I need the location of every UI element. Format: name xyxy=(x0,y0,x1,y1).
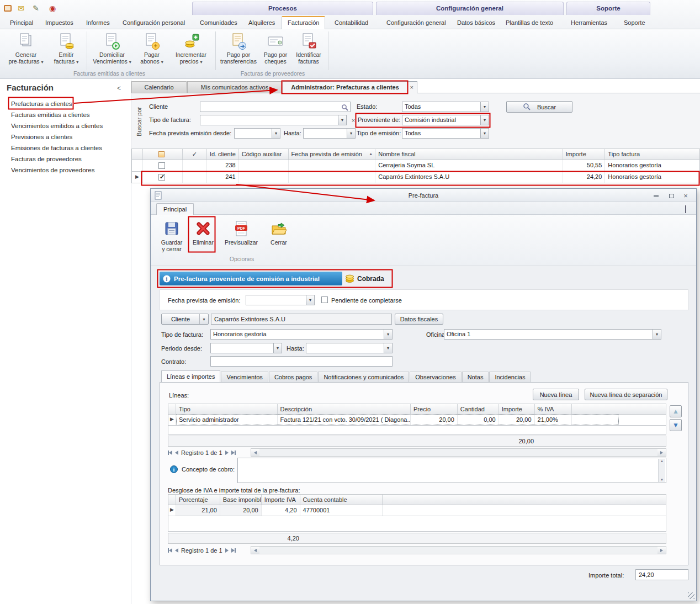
tab-notas[interactable]: Notas xyxy=(462,372,489,383)
dropdown-icon[interactable]: ▾ xyxy=(347,129,355,138)
scroll-left-icon[interactable] xyxy=(251,449,259,456)
pager-next-icon[interactable] xyxy=(225,451,229,455)
pago-transferencias-button[interactable]: Pago por transferencias xyxy=(220,31,257,68)
identificar-facturas-button[interactable]: Identificar facturas xyxy=(294,31,324,68)
nueva-linea-button[interactable]: Nueva línea xyxy=(533,389,579,400)
ribbon-tab-informes[interactable]: Informes xyxy=(81,16,115,29)
pager-first-icon[interactable] xyxy=(168,451,172,455)
close-icon[interactable]: × xyxy=(680,192,692,200)
estado-select[interactable]: Todas ▾ xyxy=(402,102,489,112)
grid-row-238[interactable]: 238 Cerrajeria Soyma SL 50,55 Honorarios… xyxy=(131,160,700,172)
col-importe-iva[interactable]: Importe IVA xyxy=(262,495,300,505)
fecha-hasta-select[interactable]: ▾ xyxy=(303,128,356,139)
concepto-cobro-textarea[interactable]: ▲ ▼ xyxy=(237,458,666,483)
row-checkbox[interactable] xyxy=(158,162,165,169)
horizontal-scrollbar[interactable] xyxy=(251,448,666,457)
ribbon-tab-facturacion[interactable]: Facturación xyxy=(282,16,325,30)
move-line-up-button[interactable]: ▲ xyxy=(670,405,682,417)
search-icon[interactable] xyxy=(341,104,348,112)
sidebar-item-vencimientos-emitidos[interactable]: Vencimientos emitidos a clientes xyxy=(11,120,103,131)
grid-col-codigo[interactable]: Código auxiliar xyxy=(239,149,289,160)
col-descripcion[interactable]: Descripción xyxy=(278,404,411,414)
sidebar-item-previsiones[interactable]: Previsiones a clientes xyxy=(11,131,72,142)
grid-row-241[interactable]: ▶ 241 Caparrós Extintores S.A.U 24,20 Ho… xyxy=(131,172,700,183)
row-checkbox-cell[interactable] xyxy=(143,172,183,183)
ribbon-tab-herramientas[interactable]: Herramientas xyxy=(565,16,613,29)
dropdown-icon[interactable]: ▾ xyxy=(306,295,314,305)
col-cuenta[interactable]: Cuenta contable xyxy=(300,495,383,505)
sidebar-item-emisiones[interactable]: Emisiones de facturas a clientes xyxy=(11,142,102,153)
dropdown-icon[interactable]: ▾ xyxy=(199,314,208,324)
collapse-ribbon-icon[interactable] xyxy=(685,206,686,213)
iva-row[interactable]: ▶ 21,00 20,00 4,20 47700001 xyxy=(168,505,666,516)
fecha-desde-select[interactable]: ▾ xyxy=(234,128,280,139)
grid-col-fecha[interactable]: Fecha prevista de emisión▲ xyxy=(289,149,376,160)
mail-icon[interactable]: ✉ xyxy=(16,3,26,13)
ribbon-tab-principal[interactable]: Principal xyxy=(4,16,39,29)
ribbon-tab-contabilidad[interactable]: Contabilidad xyxy=(329,16,374,29)
dropdown-icon[interactable]: ▾ xyxy=(273,343,282,353)
grid-col-nombre[interactable]: Nombre fiscal xyxy=(375,149,563,160)
pager-prev-icon[interactable] xyxy=(175,548,178,553)
datos-fiscales-button[interactable]: Datos fiscales xyxy=(395,314,443,325)
ribbon-tab-configuracion-general[interactable]: Configuración general xyxy=(381,16,452,29)
tab-cobros-pagos[interactable]: Cobros pagos xyxy=(269,372,318,383)
grid-col-id[interactable]: Id. cliente xyxy=(207,149,239,160)
tab-incidencias[interactable]: Incidencias xyxy=(489,372,531,383)
edit-icon[interactable]: ✎ xyxy=(31,3,41,13)
move-line-down-button[interactable]: ▼ xyxy=(670,419,682,431)
contrato-input[interactable] xyxy=(210,356,393,367)
sidebar-item-prefacturas[interactable]: Prefacturas a clientes xyxy=(11,98,72,109)
sidebar-item-vencimientos-proveedores[interactable]: Vencimientos de proveedores xyxy=(11,165,95,176)
col-tipo[interactable]: Tipo xyxy=(176,404,278,414)
minimize-icon[interactable] xyxy=(650,192,662,200)
app-icon[interactable] xyxy=(3,3,13,13)
grid-col-importe[interactable]: Importe xyxy=(563,149,606,160)
ribbon-tab-datos-basicos[interactable]: Datos básicos xyxy=(452,16,501,29)
pager-prev-icon[interactable] xyxy=(175,451,178,455)
textarea-scrollbar[interactable]: ▲ ▼ xyxy=(658,459,665,482)
nueva-linea-separacion-button[interactable]: Nueva línea de separación xyxy=(585,389,667,400)
tipo-factura-select[interactable]: ▾ xyxy=(200,115,347,125)
row-checkbox[interactable] xyxy=(158,174,165,181)
dropdown-icon[interactable]: ▾ xyxy=(338,115,346,125)
tab-observaciones[interactable]: Observaciones xyxy=(410,372,461,383)
sidebar-collapse-icon[interactable]: < xyxy=(117,84,121,92)
clear-filter-icon[interactable]: × xyxy=(349,115,358,125)
col-importe[interactable]: Importe xyxy=(499,404,535,414)
scroll-right-icon[interactable] xyxy=(657,547,666,554)
sidebar-item-facturas-emitidas[interactable]: Facturas emitidas a clientes xyxy=(11,109,90,120)
ribbon-tab-plantillas[interactable]: Plantillas de texto xyxy=(500,16,559,29)
dialog-tab-principal[interactable]: Principal xyxy=(156,203,194,215)
eliminar-button[interactable]: Eliminar xyxy=(191,219,215,253)
ribbon-tab-alquileres[interactable]: Alquileres xyxy=(243,16,280,29)
horizontal-scrollbar[interactable] xyxy=(251,546,666,554)
ribbon-tab-configuracion-personal[interactable]: Configuración personal xyxy=(117,16,190,29)
dropdown-icon[interactable]: ▾ xyxy=(480,129,489,138)
maximize-icon[interactable] xyxy=(665,192,677,200)
cliente-field[interactable]: Caparrós Extintores S.A.U xyxy=(211,314,392,325)
resize-grip[interactable] xyxy=(688,592,694,599)
col-cantidad[interactable]: Cantidad xyxy=(458,404,499,414)
buscar-button[interactable]: Buscar xyxy=(506,101,572,113)
col-iva[interactable]: % IVA xyxy=(535,404,572,414)
dropdown-icon[interactable]: ▾ xyxy=(480,102,489,112)
periodo-desde-select[interactable]: ▾ xyxy=(210,343,282,353)
grid-col-tipo[interactable]: Tipo factura xyxy=(605,149,699,160)
previsualizar-button[interactable]: PDF Previsualizar xyxy=(222,219,260,253)
guardar-cerrar-button[interactable]: Guardar y cerrar xyxy=(158,219,185,253)
ribbon-tab-comunidades[interactable]: Comunidades xyxy=(194,16,243,29)
cliente-input[interactable] xyxy=(200,102,351,112)
tab-vencimientos[interactable]: Vencimientos xyxy=(221,372,268,383)
periodo-hasta-select[interactable]: ▾ xyxy=(306,343,393,353)
col-porcentaje[interactable]: Porcentaje xyxy=(176,495,220,505)
ribbon-tab-impuestos[interactable]: Impuestos xyxy=(40,16,79,29)
record-icon[interactable]: ◉ xyxy=(47,3,57,13)
tipo-emision-select[interactable]: Todas ▾ xyxy=(402,128,489,139)
dropdown-icon[interactable]: ▾ xyxy=(480,115,489,125)
sidebar-item-facturas-proveedores[interactable]: Facturas de proveedores xyxy=(11,153,82,165)
tab-notificaciones[interactable]: Notificaciones y comunicados xyxy=(318,372,409,383)
incrementar-precios-button[interactable]: Incrementar precios ▾ xyxy=(172,31,210,68)
close-tab-icon[interactable]: × xyxy=(410,82,413,93)
cliente-button[interactable]: Cliente ▾ xyxy=(161,314,209,325)
